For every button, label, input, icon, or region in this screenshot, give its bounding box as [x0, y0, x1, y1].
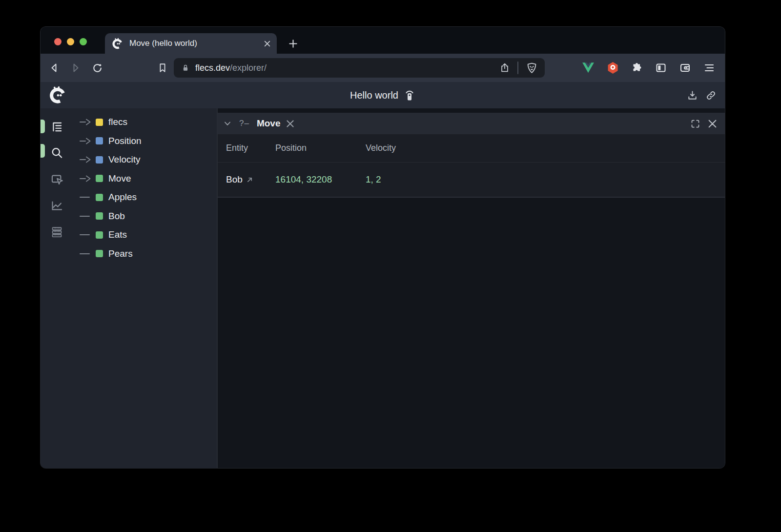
column-header-entity: Entity: [218, 143, 275, 153]
tree-item-label: Position: [108, 136, 142, 146]
zoom-window-button[interactable]: [80, 38, 87, 45]
table-row[interactable]: Bob 16104, 32208 1, 2: [218, 163, 725, 198]
tree-item-flecs[interactable]: flecs: [73, 113, 217, 132]
browser-menu-button[interactable]: [703, 62, 715, 74]
entity-square-icon: [96, 119, 103, 126]
entity-tree-panel: flecs Position Velocity: [73, 108, 217, 468]
browser-tab[interactable]: Move (hello world): [105, 33, 277, 54]
fullscreen-icon: [690, 119, 700, 129]
remote-connection-button[interactable]: [404, 89, 415, 102]
tree-item-apples[interactable]: Apples: [73, 188, 217, 207]
close-window-button[interactable]: [54, 38, 62, 45]
tree-item-position[interactable]: Position: [73, 132, 217, 151]
panel-close-button[interactable]: [708, 119, 717, 128]
forward-icon: [70, 62, 82, 74]
minimize-window-button[interactable]: [67, 38, 74, 45]
chevron-down-icon: [223, 119, 232, 128]
reload-icon: [91, 62, 103, 74]
hex-extension-button[interactable]: [607, 61, 619, 74]
shield-icon: [526, 62, 538, 74]
velocity-value: 1, 2: [366, 174, 725, 185]
expand-arrow-icon[interactable]: [80, 119, 92, 125]
tree-item-eats[interactable]: Eats: [73, 225, 217, 245]
tab-title: Move (hello world): [129, 39, 264, 48]
tree-item-label: Pears: [108, 248, 133, 259]
inspect-icon: [50, 173, 63, 186]
tree-item-label: Bob: [108, 211, 125, 222]
query-symbol: ?–: [239, 119, 249, 128]
commands-button[interactable]: [50, 225, 63, 239]
entity-square-icon: [96, 194, 103, 201]
panel-collapse-button[interactable]: [223, 119, 232, 128]
position-value: 16104, 32208: [275, 174, 366, 185]
browser-window: Move (hello world): [41, 27, 725, 468]
remote-icon: [404, 89, 415, 102]
query-panel-title: Move: [257, 118, 281, 129]
bookmark-icon: [157, 62, 168, 73]
component-square-icon: [96, 137, 103, 144]
menu-icon: [703, 62, 715, 74]
close-icon: [708, 119, 717, 128]
share-link-button[interactable]: [705, 90, 717, 101]
flecs-favicon-icon: [112, 38, 123, 49]
tab-strip: Move (hello world): [41, 27, 725, 54]
sidebar-icon: [655, 62, 667, 74]
expand-arrow-icon[interactable]: [80, 138, 92, 144]
tree-item-velocity[interactable]: Velocity: [73, 150, 217, 169]
open-entity-button[interactable]: [247, 177, 253, 183]
download-button[interactable]: [687, 90, 698, 101]
wallet-button[interactable]: [679, 62, 691, 74]
sidebar-toggle-button[interactable]: [655, 62, 667, 74]
url-bar[interactable]: flecs.dev/explorer/: [174, 58, 545, 78]
wallet-icon: [679, 62, 691, 74]
entity-square-icon: [96, 231, 103, 239]
entity-square-icon: [96, 250, 103, 257]
bookmark-button[interactable]: [157, 62, 168, 73]
search-icon: [50, 146, 63, 160]
tree-view-button[interactable]: [51, 121, 63, 133]
fullscreen-button[interactable]: [690, 119, 700, 129]
back-button[interactable]: [48, 62, 60, 74]
entity-square-icon: [96, 175, 103, 182]
tree-item-pears[interactable]: Pears: [73, 245, 217, 264]
new-tab-button[interactable]: [288, 33, 298, 54]
url-bar-divider: [517, 61, 518, 74]
url-path: /explorer/: [230, 63, 267, 73]
search-button[interactable]: [50, 146, 63, 160]
expand-arrow-icon[interactable]: [80, 156, 92, 163]
panel-gap: [218, 108, 725, 113]
tree-item-label: Apples: [108, 192, 137, 203]
tree-view-icon: [51, 121, 63, 133]
extensions-button[interactable]: [631, 62, 643, 74]
leaf-dash-icon: [80, 194, 92, 201]
active-indicator: [41, 144, 45, 158]
tree-item-label: Eats: [108, 229, 127, 240]
forward-button[interactable]: [70, 62, 82, 74]
query-panel-titlebar: ?– Move: [218, 113, 725, 134]
tree-item-label: flecs: [108, 117, 127, 127]
active-indicator: [41, 120, 45, 133]
tree-item-move[interactable]: Move: [73, 169, 217, 188]
reload-button[interactable]: [91, 62, 103, 74]
stats-chart-button[interactable]: [50, 199, 63, 212]
share-button[interactable]: [499, 62, 510, 73]
vue-devtools-button[interactable]: [582, 62, 595, 74]
results-table-header: Entity Position Velocity: [218, 134, 725, 163]
arrow-up-right-icon: [247, 177, 253, 183]
link-icon: [705, 90, 717, 101]
query-panel: ?– Move: [217, 108, 725, 468]
column-header-velocity: Velocity: [366, 143, 725, 153]
leaf-dash-icon: [80, 231, 92, 238]
app-header: Hello world: [41, 82, 725, 108]
brave-shield-button[interactable]: [526, 62, 538, 74]
traffic-lights: [54, 38, 87, 45]
inspect-button[interactable]: [50, 173, 63, 186]
close-icon: [264, 40, 271, 47]
entity-name[interactable]: Bob: [226, 174, 243, 185]
vue-icon: [582, 62, 595, 74]
tree-item-bob[interactable]: Bob: [73, 207, 217, 226]
query-clear-button[interactable]: [286, 120, 294, 128]
leaf-dash-icon: [80, 213, 92, 220]
tab-close-button[interactable]: [264, 40, 271, 47]
expand-arrow-icon[interactable]: [80, 175, 92, 182]
